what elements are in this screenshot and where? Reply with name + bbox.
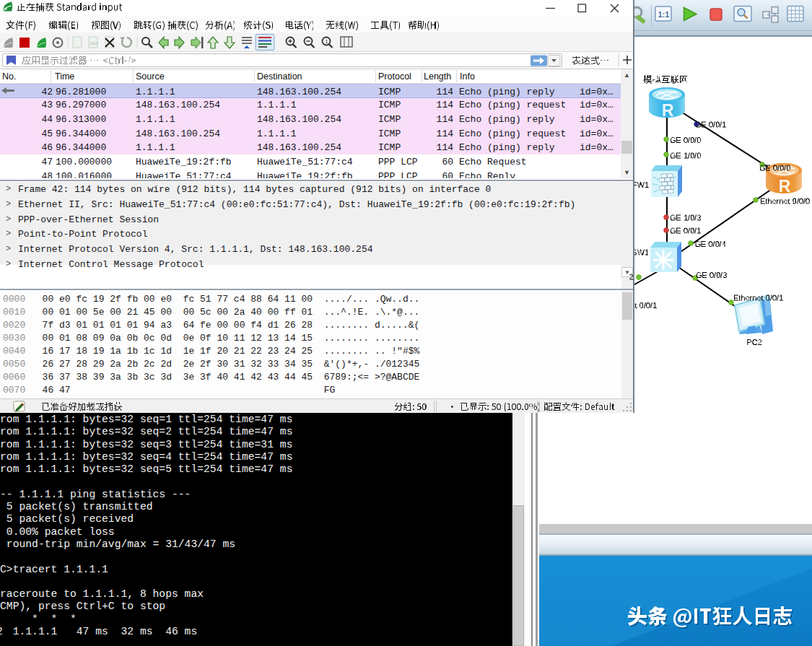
svg-text:R: R xyxy=(662,101,674,120)
svg-text:1:1: 1:1 xyxy=(658,10,670,19)
svg-text:R: R xyxy=(779,177,791,196)
svg-text:010: 010 xyxy=(90,41,98,45)
svg-text:1: 1 xyxy=(326,39,328,44)
